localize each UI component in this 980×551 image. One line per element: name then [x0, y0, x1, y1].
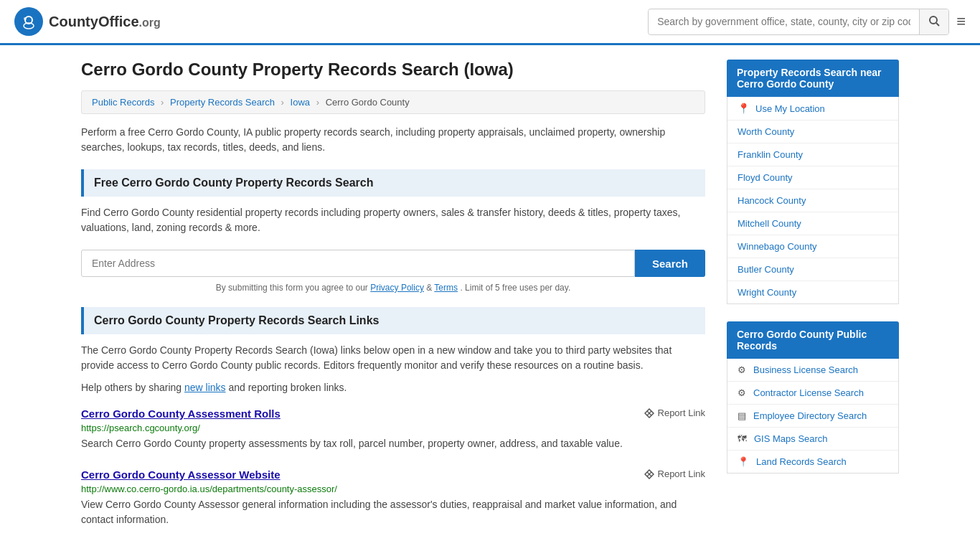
use-my-location-link[interactable]: Use My Location [755, 103, 825, 114]
public-records-title: Cerro Gordo County Public Records [727, 321, 899, 359]
public-record-icon: ⚙ [738, 387, 746, 398]
nearby-section: Property Records Search near Cerro Gordo… [727, 60, 899, 304]
record-title-row: Cerro Gordo County Assessment Rolls Repo… [81, 408, 705, 420]
svg-point-3 [24, 17, 27, 20]
pin-icon: 📍 [738, 103, 750, 114]
public-record-item: 🗺 GIS Maps Search [727, 428, 898, 451]
breadcrumb-iowa[interactable]: Iowa [291, 97, 310, 108]
record-item: Cerro Gordo County Assessment Rolls Repo… [81, 408, 705, 451]
main-content: Cerro Gordo County Property Records Sear… [81, 60, 705, 545]
public-records-items: ⚙ Business License Search ⚙ Contractor L… [727, 359, 898, 473]
sidebar-county-item: Wright County [727, 281, 898, 303]
logo-text: CountyOffice.org [49, 14, 161, 30]
page-container: Cerro Gordo County Property Records Sear… [60, 45, 920, 551]
links-section-heading: Cerro Gordo County Property Records Sear… [81, 307, 705, 334]
record-item: Cerro Gordo County Assessor Website Repo… [81, 468, 705, 527]
links-description: The Cerro Gordo County Property Records … [81, 343, 705, 373]
breadcrumb: Public Records › Property Records Search… [81, 90, 705, 114]
public-record-item: ▤ Employee Directory Search [727, 405, 898, 428]
public-record-link[interactable]: Business License Search [753, 364, 858, 375]
address-search-button[interactable]: Search [635, 250, 705, 277]
sidebar-county-item: Worth County [727, 121, 898, 143]
breadcrumb-cerro-gordo: Cerro Gordo County [326, 97, 410, 108]
sidebar-county-link[interactable]: Mitchell County [738, 218, 801, 229]
report-link[interactable]: Report Link [644, 408, 705, 418]
address-search-input[interactable] [81, 250, 635, 277]
public-records-section: Cerro Gordo County Public Records ⚙ Busi… [727, 321, 899, 474]
page-description: Perform a free Cerro Gordo County, IA pu… [81, 125, 705, 155]
free-search-description: Find Cerro Gordo County residential prop… [81, 205, 705, 235]
public-record-icon: ▤ [738, 410, 746, 421]
header-search-button[interactable] [919, 9, 948, 34]
record-title-row: Cerro Gordo County Assessor Website Repo… [81, 468, 705, 481]
terms-link[interactable]: Terms [434, 283, 458, 293]
free-search-heading: Free Cerro Gordo County Property Records… [81, 169, 705, 197]
public-record-link[interactable]: Land Records Search [756, 456, 847, 467]
report-icon [644, 469, 654, 479]
public-record-icon: ⚙ [738, 364, 746, 375]
nearby-counties-list: Worth CountyFranklin CountyFloyd CountyH… [727, 121, 898, 303]
public-record-icon: 🗺 [738, 433, 747, 444]
help-text: Help others by sharing new links and rep… [81, 382, 705, 393]
sidebar-county-link[interactable]: Worth County [738, 126, 794, 137]
public-record-item: 📍 Land Records Search [727, 451, 898, 473]
sidebar-county-link[interactable]: Floyd County [738, 172, 793, 183]
header-search-bar [648, 9, 949, 35]
sidebar: Property Records Search near Cerro Gordo… [727, 60, 899, 545]
public-record-item: ⚙ Contractor License Search [727, 382, 898, 405]
sidebar-county-item: Hancock County [727, 189, 898, 212]
report-link-label: Report Link [658, 408, 705, 418]
sidebar-county-link[interactable]: Butler County [738, 264, 794, 275]
new-links-link[interactable]: new links [184, 382, 226, 393]
nearby-list: 📍 Use My Location Worth CountyFranklin C… [727, 97, 899, 304]
use-my-location[interactable]: 📍 Use My Location [727, 97, 898, 121]
public-record-link[interactable]: Contractor License Search [753, 387, 864, 398]
sidebar-county-item: Franklin County [727, 143, 898, 166]
sidebar-county-link[interactable]: Winnebago County [738, 241, 817, 252]
sidebar-county-item: Winnebago County [727, 235, 898, 258]
public-record-link[interactable]: Employee Directory Search [753, 410, 867, 421]
public-record-link[interactable]: GIS Maps Search [754, 433, 828, 444]
hamburger-menu-icon[interactable]: ≡ [956, 12, 966, 31]
privacy-policy-link[interactable]: Privacy Policy [370, 283, 424, 293]
page-title: Cerro Gordo County Property Records Sear… [81, 60, 705, 80]
record-title-link[interactable]: Cerro Gordo County Assessor Website [81, 468, 281, 481]
logo-icon [14, 7, 43, 36]
svg-line-5 [936, 23, 939, 26]
report-link-label: Report Link [658, 468, 705, 479]
sidebar-county-link[interactable]: Hancock County [738, 195, 806, 206]
record-url: https://psearch.cgcounty.org/ [81, 423, 705, 433]
record-desc: View Cerro Gordo County Assessor general… [81, 497, 705, 527]
sidebar-county-item: Floyd County [727, 166, 898, 189]
sidebar-county-item: Mitchell County [727, 212, 898, 235]
nearby-title: Property Records Search near Cerro Gordo… [727, 60, 899, 97]
sidebar-county-item: Butler County [727, 258, 898, 281]
breadcrumb-property-records-search[interactable]: Property Records Search [170, 97, 275, 108]
record-url: http://www.co.cerro-gordo.ia.us/departme… [81, 484, 705, 494]
header-right: ≡ [648, 9, 966, 35]
public-record-icon: 📍 [738, 456, 749, 467]
record-items: Cerro Gordo County Assessment Rolls Repo… [81, 408, 705, 527]
logo: CountyOffice.org [14, 7, 161, 36]
report-icon [644, 408, 654, 418]
record-desc: Search Cerro Gordo County property asses… [81, 436, 705, 451]
sidebar-county-link[interactable]: Wright County [738, 287, 796, 298]
header: CountyOffice.org ≡ [0, 0, 980, 45]
report-link[interactable]: Report Link [644, 468, 705, 479]
header-search-input[interactable] [649, 10, 919, 33]
public-record-item: ⚙ Business License Search [727, 359, 898, 382]
address-search-form: Search [81, 250, 705, 277]
breadcrumb-public-records[interactable]: Public Records [92, 97, 154, 108]
form-note: By submitting this form you agree to our… [81, 283, 705, 293]
sidebar-county-link[interactable]: Franklin County [738, 149, 803, 160]
record-title-link[interactable]: Cerro Gordo County Assessment Rolls [81, 408, 281, 420]
public-records-list: ⚙ Business License Search ⚙ Contractor L… [727, 359, 899, 474]
svg-point-4 [930, 17, 937, 24]
